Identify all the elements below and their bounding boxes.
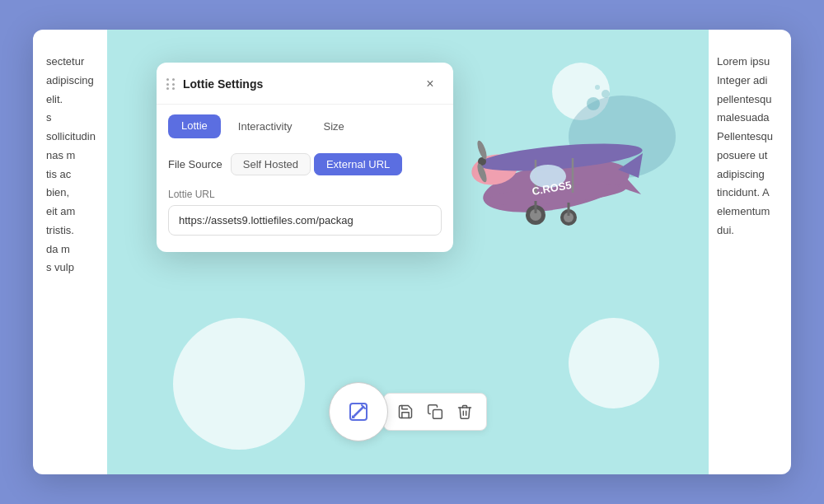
svg-point-20 <box>602 90 610 98</box>
duplicate-button[interactable] <box>422 399 448 425</box>
tab-interactivity[interactable]: Interactivity <box>224 114 307 138</box>
url-label: Lottie URL <box>168 189 442 200</box>
decorative-circle-1 <box>173 318 305 450</box>
panel-title: Lottie Settings <box>183 77 263 91</box>
source-btn-group: Self Hosted External URL <box>231 153 403 175</box>
tab-size[interactable]: Size <box>310 114 358 138</box>
decorative-circle-2 <box>569 318 659 408</box>
lottie-preview-area: C.ROS5 Lottie Settings × <box>107 30 709 474</box>
main-canvas: sectetur adipiscing elit. s sollicitudin… <box>33 30 791 474</box>
svg-point-21 <box>595 85 600 90</box>
svg-rect-24 <box>433 410 442 419</box>
left-text-content: sectetur adipiscing elit. s sollicitudin… <box>46 55 96 273</box>
toolbar-actions <box>383 393 487 431</box>
edit-button[interactable] <box>329 382 388 441</box>
toolbar <box>329 382 487 441</box>
svg-line-23 <box>353 407 363 417</box>
file-source-label: File Source <box>168 158 222 170</box>
url-input[interactable] <box>168 205 442 236</box>
lottie-animation: C.ROS5 <box>428 79 659 244</box>
panel-content: File Source Self Hosted External URL Lot… <box>157 145 453 252</box>
panel-header: Lottie Settings × <box>157 63 453 105</box>
panel-header-left: Lottie Settings <box>166 77 263 91</box>
source-btn-self-hosted[interactable]: Self Hosted <box>231 153 311 175</box>
settings-panel: Lottie Settings × Lottie Interactivity S… <box>157 63 453 252</box>
svg-point-19 <box>587 97 600 110</box>
url-section: Lottie URL <box>168 189 442 236</box>
source-btn-external-url[interactable]: External URL <box>314 153 402 175</box>
save-button[interactable] <box>392 399 419 425</box>
close-button[interactable]: × <box>420 74 440 94</box>
tab-lottie[interactable]: Lottie <box>168 114 221 138</box>
left-text-column: sectetur adipiscing elit. s sollicitudin… <box>33 30 107 474</box>
right-text-column: Lorem ipsu Integer adi pellentesqu males… <box>709 30 791 474</box>
drag-handle[interactable] <box>166 78 176 90</box>
right-text-content: Lorem ipsu Integer adi pellentesqu males… <box>717 55 773 236</box>
delete-button[interactable] <box>452 399 478 425</box>
tabs-row: Lottie Interactivity Size <box>157 105 453 145</box>
file-source-row: File Source Self Hosted External URL <box>168 153 442 175</box>
